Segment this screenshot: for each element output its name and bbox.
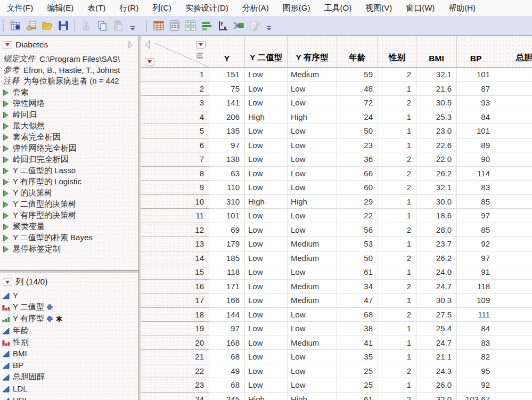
table-script[interactable]: Y 有序型的 Logistic [0,176,138,187]
paste-icon[interactable] [112,19,125,32]
table-script[interactable]: 套索完全析因 [0,132,138,143]
data-cell[interactable]: 1 [378,293,416,308]
menu-1[interactable]: 文件(F) [0,0,40,16]
table-script[interactable]: Y 二值型的 Lasso [0,165,138,176]
data-cell[interactable]: Low [288,223,337,238]
data-cell[interactable]: 245 [209,393,245,400]
run-script-icon[interactable] [3,246,9,252]
data-cell[interactable]: 21.6 [416,82,457,96]
menu-7[interactable]: 分析(A) [235,0,276,16]
data-cell[interactable] [495,124,532,138]
data-cell[interactable]: 49 [209,364,245,379]
column-item[interactable]: BP [0,360,138,371]
table-script[interactable]: Y 的决策树 [0,187,138,199]
row-number-cell[interactable]: 16 [141,280,209,294]
data-cell[interactable]: 92 [457,378,495,393]
data-cell[interactable]: 97 [457,251,495,266]
row-number-cell[interactable]: 1 [141,68,209,82]
data-cell[interactable]: 97 [209,138,245,153]
data-cell[interactable] [495,322,532,336]
data-cell[interactable]: 1 [378,237,416,251]
menu-3[interactable]: 表(T) [80,0,112,16]
data-cell[interactable]: Low [245,223,288,238]
data-cell[interactable]: Low [245,138,288,153]
data-cell[interactable]: 83 [457,336,495,350]
menu-2[interactable]: 编辑(E) [40,0,80,16]
data-cell[interactable]: 25.3 [416,110,457,125]
data-cell[interactable]: 25 [337,364,378,379]
run-script-icon[interactable] [3,112,9,118]
data-cell[interactable]: Medium [288,237,337,251]
data-cell[interactable]: 32.1 [416,68,457,82]
column-item[interactable]: Y 有序型 [0,313,138,325]
data-cell[interactable] [495,336,532,350]
data-cell[interactable]: 97 [457,209,495,223]
collapse-panel-icon[interactable] [128,41,133,48]
column-item[interactable]: Y [0,290,138,301]
data-cell[interactable]: Low [245,265,288,280]
data-cell[interactable]: 24.3 [416,364,457,379]
column-header-Y 二值型[interactable]: Y 二值型 [245,36,288,68]
data-cell[interactable]: 95 [457,364,495,379]
data-cell[interactable]: High [245,195,288,209]
data-cell[interactable]: 1 [378,209,416,223]
data-cell[interactable]: 2 [378,181,416,195]
data-cell[interactable]: 89 [457,138,495,153]
data-cell[interactable]: High [288,195,337,209]
column-item[interactable]: LDL [0,382,138,394]
data-cell[interactable]: Low [245,293,288,308]
row-number-cell[interactable]: 17 [141,293,209,308]
data-cell[interactable]: Low [245,251,288,266]
data-cell[interactable]: 27.5 [416,308,457,322]
data-cell[interactable]: 63 [209,167,245,181]
run-script-icon[interactable] [3,224,9,230]
run-script-icon[interactable] [3,134,9,141]
row-number-cell[interactable]: 22 [141,364,209,379]
column-header-BMI[interactable]: BMI [416,36,457,68]
data-cell[interactable]: 141 [209,96,245,110]
data-cell[interactable]: 18.6 [416,209,457,223]
data-cell[interactable]: Low [245,322,288,336]
table-script[interactable]: 岭回归完全析因 [0,154,138,165]
data-cell[interactable]: 35 [337,350,378,364]
data-cell[interactable]: 59 [337,68,378,82]
data-cell[interactable]: 23.7 [416,237,457,251]
data-cell[interactable]: 25 [337,378,378,393]
save-icon[interactable] [57,19,70,32]
menu-12[interactable]: 帮助(H) [441,0,482,16]
data-cell[interactable] [495,152,532,167]
row-number-cell[interactable]: 3 [141,96,209,110]
data-cell[interactable]: 90 [457,152,495,167]
data-cell[interactable]: Low [288,152,337,167]
data-cell[interactable]: 2 [378,308,416,322]
data-cell[interactable]: 1 [378,138,416,153]
data-cell[interactable]: 1 [378,82,416,96]
data-cell[interactable]: 1 [378,378,416,393]
toolbar-overflow-button[interactable] [266,19,272,32]
data-cell[interactable]: Low [245,378,288,393]
data-cell[interactable]: 22.6 [416,138,457,153]
row-number-cell[interactable]: 7 [141,152,209,167]
data-cell[interactable]: 1 [378,350,416,364]
data-cell[interactable]: 85 [457,223,495,238]
data-cell[interactable]: 2 [378,393,416,400]
row-number-cell[interactable]: 4 [141,110,209,125]
data-cell[interactable]: Low [288,378,337,393]
data-cell[interactable]: High [288,110,337,125]
collapse-panels-icon[interactable] [145,40,151,49]
menu-8[interactable]: 图形(G) [276,0,317,16]
column-item[interactable]: Y 二值型 [0,301,138,313]
data-cell[interactable]: 2 [378,364,416,379]
data-cell[interactable]: 97 [209,322,245,336]
data-cell[interactable]: Low [245,209,288,223]
data-cell[interactable]: Low [245,350,288,364]
data-cell[interactable] [495,378,532,393]
data-cell[interactable]: 66 [337,167,378,181]
data-cell[interactable] [495,167,532,181]
data-cell[interactable]: 30.3 [416,293,457,308]
data-cell[interactable]: 32.1 [416,181,457,195]
run-script-icon[interactable] [3,101,9,107]
data-cell[interactable]: 2 [378,167,416,181]
data-cell[interactable]: 26.2 [416,251,457,266]
join-tables-icon[interactable] [232,19,245,32]
